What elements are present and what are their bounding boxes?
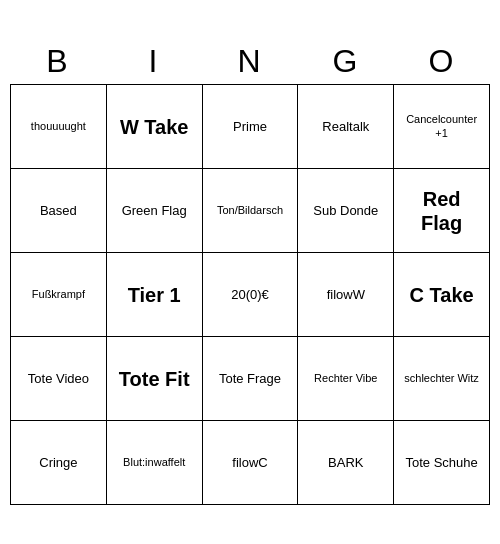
header-n: N — [202, 39, 298, 84]
bingo-grid: thouuuughtW TakePrimeRealtalkCancelcount… — [10, 84, 490, 505]
bingo-cell[interactable]: Realtalk — [298, 85, 394, 169]
bingo-cell[interactable]: Cringe — [11, 421, 107, 505]
bingo-cell[interactable]: thouuuught — [11, 85, 107, 169]
bingo-cell[interactable]: Tote Schuhe — [394, 421, 490, 505]
bingo-cell[interactable]: Sub Donde — [298, 169, 394, 253]
bingo-cell[interactable]: schlechter Witz — [394, 337, 490, 421]
bingo-cell[interactable]: filowC — [203, 421, 299, 505]
bingo-cell[interactable]: Based — [11, 169, 107, 253]
bingo-cell[interactable]: C Take — [394, 253, 490, 337]
bingo-cell[interactable]: Ton/Bildarsch — [203, 169, 299, 253]
bingo-cell[interactable]: Cancelcounter +1 — [394, 85, 490, 169]
header-b: B — [10, 39, 106, 84]
bingo-cell[interactable]: Fußkrampf — [11, 253, 107, 337]
bingo-cell[interactable]: filowW — [298, 253, 394, 337]
header-i: I — [106, 39, 202, 84]
bingo-cell[interactable]: Tote Video — [11, 337, 107, 421]
bingo-cell[interactable]: Tier 1 — [107, 253, 203, 337]
bingo-cell[interactable]: W Take — [107, 85, 203, 169]
bingo-cell[interactable]: Rechter Vibe — [298, 337, 394, 421]
bingo-cell[interactable]: BARK — [298, 421, 394, 505]
bingo-cell[interactable]: Tote Fit — [107, 337, 203, 421]
bingo-cell[interactable]: 20(0)€ — [203, 253, 299, 337]
bingo-cell[interactable]: Blut:inwaffelt — [107, 421, 203, 505]
bingo-cell[interactable]: Green Flag — [107, 169, 203, 253]
header-o: O — [394, 39, 490, 84]
header-g: G — [298, 39, 394, 84]
bingo-cell[interactable]: Red Flag — [394, 169, 490, 253]
bingo-card: B I N G O thouuuughtW TakePrimeRealtalkC… — [10, 39, 490, 505]
bingo-cell[interactable]: Prime — [203, 85, 299, 169]
bingo-header: B I N G O — [10, 39, 490, 84]
bingo-cell[interactable]: Tote Frage — [203, 337, 299, 421]
